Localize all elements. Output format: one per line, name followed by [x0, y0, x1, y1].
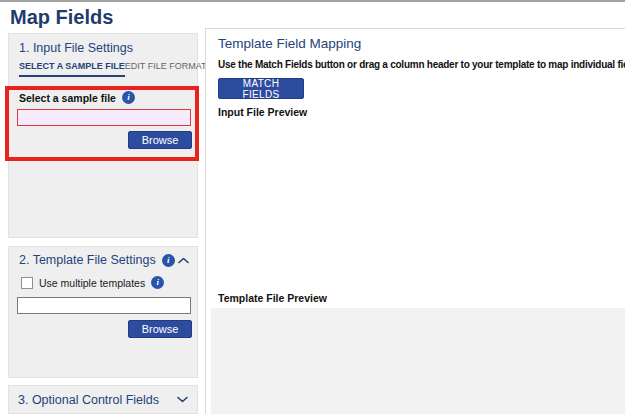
input-file-preview-label: Input File Preview [218, 106, 307, 118]
use-multiple-templates-label: Use multiple templates [39, 277, 145, 289]
template-file-preview-area [211, 308, 625, 414]
tab-select-a-sample-file[interactable]: SELECT A SAMPLE FILE [19, 61, 125, 77]
sample-file-input[interactable] [17, 109, 191, 126]
select-sample-file-label: Select a sample file [19, 92, 116, 104]
page-title: Map Fields [10, 6, 113, 29]
use-multiple-templates-checkbox[interactable] [21, 277, 33, 289]
use-multiple-templates-row: Use multiple templates i [21, 276, 164, 289]
sample-file-tabs: SELECT A SAMPLE FILE EDIT FILE FORMAT [19, 61, 195, 77]
template-file-settings-title: 2. Template File Settings [19, 253, 156, 267]
template-file-browse-button[interactable]: Browse [128, 320, 192, 338]
map-fields-window: Map Fields 1. Input File Settings SELECT… [0, 0, 625, 414]
template-file-settings-card: 2. Template File Settings i Use multiple… [8, 246, 198, 378]
input-file-settings-card: 1. Input File Settings SELECT A SAMPLE F… [8, 33, 198, 238]
info-icon[interactable]: i [151, 276, 164, 289]
select-sample-file-label-row: Select a sample file i [19, 91, 135, 104]
optional-control-fields-title: 3. Optional Control Fields [18, 393, 159, 407]
mapping-instructions: Use the Match Fields button or drag a co… [218, 59, 625, 70]
template-file-input[interactable] [17, 297, 191, 314]
sample-file-browse-button[interactable]: Browse [128, 131, 192, 149]
chevron-down-icon[interactable] [177, 396, 188, 403]
template-file-preview-label: Template File Preview [218, 292, 327, 304]
template-file-settings-header: 2. Template File Settings i [19, 253, 189, 267]
info-icon[interactable]: i [162, 254, 175, 267]
match-fields-button[interactable]: MATCH FIELDS [218, 78, 304, 99]
template-field-mapping-title: Template Field Mapping [218, 36, 361, 51]
chevron-up-icon[interactable] [178, 257, 189, 264]
window-top-border [0, 0, 625, 2]
template-field-mapping-panel: Template Field Mapping Use the Match Fie… [205, 28, 625, 414]
optional-control-fields-card[interactable]: 3. Optional Control Fields [8, 385, 198, 414]
info-icon[interactable]: i [122, 91, 135, 104]
tab-edit-file-format[interactable]: EDIT FILE FORMAT [125, 61, 207, 75]
input-file-settings-title: 1. Input File Settings [19, 41, 133, 55]
